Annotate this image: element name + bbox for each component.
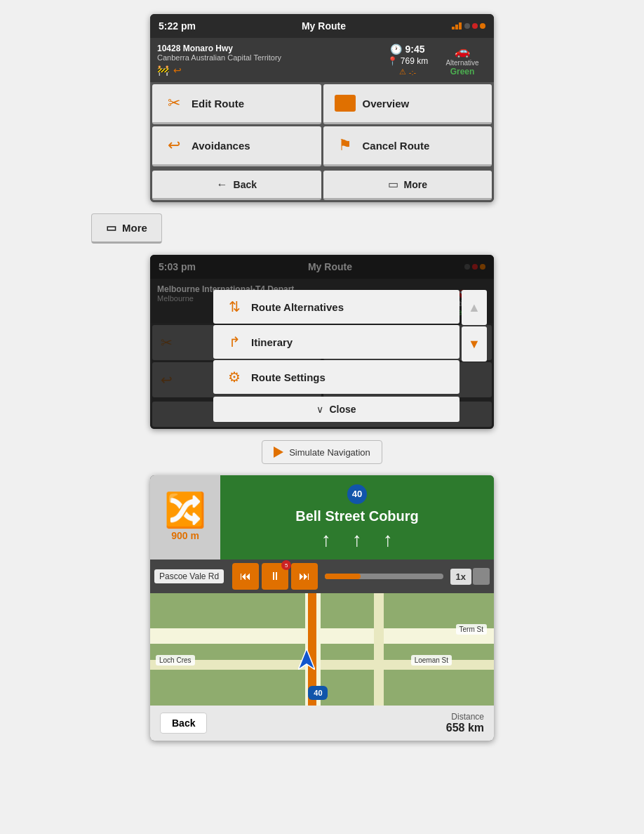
route-type-icons: 🚧 ↩ (157, 65, 377, 76)
panel-header: 5:22 pm My Route (150, 14, 494, 38)
nav-back-button[interactable]: Back (160, 713, 207, 734)
nav-street-panel: 40 Bell Street Coburg ↑ ↑ ↑ (220, 475, 494, 560)
speed-multiplier[interactable]: 1x (450, 569, 471, 585)
cancel-route-icon: ⚑ (335, 136, 356, 154)
route-settings-icon: ⚙ (224, 369, 244, 385)
pause-button[interactable]: ⏸ 5 (262, 563, 288, 590)
status-dots (464, 23, 485, 29)
speed-badge-overlay: 5 (281, 560, 291, 570)
edit-route-label: Edit Route (192, 98, 244, 110)
panel-my-route: 5:22 pm My Route 10428 Monaro Hwy Canber… (150, 14, 494, 202)
warning-icon: ⚠ (399, 67, 406, 77)
route-alternatives-label: Route Alternatives (251, 301, 344, 313)
overview-button[interactable]: Overview (323, 84, 492, 124)
alt-color: Green (450, 67, 475, 77)
simulate-label: Simulate Navigation (289, 447, 370, 458)
road-vertical-2 (374, 593, 384, 706)
clock-icon: 🕐 (390, 44, 402, 55)
distance-value: 658 km (446, 722, 484, 734)
map-label-1: Loch Cres (156, 655, 195, 666)
cancel-route-button[interactable]: ⚑ Cancel Route (323, 126, 492, 166)
overview-label: Overview (363, 98, 410, 110)
route-address: 10428 Monaro Hwy Canberra Australian Cap… (157, 44, 377, 77)
back-button[interactable]: ← Back (152, 171, 321, 200)
alt-label: Alternative (445, 59, 478, 67)
more-icon: ▭ (388, 178, 398, 191)
itinerary-icon: ↱ (224, 333, 244, 350)
simulate-navigation-button[interactable]: Simulate Navigation (262, 440, 382, 464)
chevron-down-icon: ∨ (316, 404, 323, 415)
route-settings-button[interactable]: ⚙ Route Settings (213, 360, 459, 394)
route-menu-grid: ✂ Edit Route Overview ↩ Avoidances ⚑ Can… (150, 82, 494, 168)
road-horizontal (150, 628, 494, 644)
more-button[interactable]: ▭ More (323, 171, 492, 200)
avoidances-label: Avoidances (192, 140, 250, 152)
avoidances-icon: ↩ (163, 136, 185, 154)
panel-my-route-popup: 5:03 pm My Route Melbourne International… (150, 255, 494, 429)
scroll-up-button[interactable]: ▲ (462, 290, 487, 325)
scroll-down-button[interactable]: ▼ (462, 326, 487, 362)
nav-top: 🔀 900 m 40 Bell Street Coburg ↑ ↑ ↑ (150, 475, 494, 560)
nav-map: Loch Cres Loeman St Term St 40 (150, 593, 494, 706)
dot-icon (464, 23, 470, 29)
current-street-label: Pascoe Vale Rd (154, 569, 224, 583)
map-label-3: Term St (456, 624, 487, 635)
map-shield: 40 (308, 686, 328, 700)
nav-maneuver: 🔀 900 m (150, 475, 220, 560)
itinerary-button[interactable]: ↱ Itinerary (213, 325, 459, 359)
more-standalone-button[interactable]: ▭ More (91, 213, 162, 244)
dot-orange-icon (480, 23, 485, 29)
car-icon: 🚗 (455, 44, 470, 59)
lane-arrows: ↑ ↑ ↑ (321, 529, 393, 551)
bottom-bar: ← Back ▭ More (150, 168, 494, 202)
dash-label: -:- (409, 68, 416, 77)
close-label: Close (329, 404, 356, 415)
pause-icon: ⏸ (269, 570, 281, 583)
maneuver-distance: 900 m (171, 530, 199, 541)
more-label: More (404, 179, 427, 190)
playback-bar (325, 574, 443, 579)
edit-route-button[interactable]: ✂ Edit Route (152, 84, 321, 124)
distance-icon: 📍 (387, 56, 398, 66)
play-icon (274, 446, 283, 458)
avoidances-button[interactable]: ↩ Avoidances (152, 126, 321, 166)
scroll-buttons: ▲ ▼ (462, 290, 487, 422)
route-shield: 40 (347, 484, 367, 504)
turn-icon: ↩ (173, 65, 182, 76)
road-icon: 🚧 (157, 65, 169, 76)
overview-icon (335, 95, 356, 112)
header-icons (452, 22, 485, 29)
signal-bars-icon (452, 22, 462, 29)
popup-list: ⇅ Route Alternatives ↱ Itinerary ⚙ Route… (213, 290, 459, 422)
route-info: 10428 Monaro Hwy Canberra Australian Cap… (150, 38, 494, 82)
svg-marker-0 (298, 649, 315, 670)
route-stats: 🕐 9:45 📍 769 km ⚠ -:- (383, 44, 432, 77)
cancel-route-label: Cancel Route (363, 140, 430, 152)
lane-arrow-left: ↑ (321, 529, 331, 551)
route-alternatives-icon: ⇅ (224, 298, 244, 315)
route-time: 9:45 (405, 44, 424, 55)
back-label: Back (234, 179, 257, 190)
playback-fill (325, 574, 361, 579)
route-settings-label: Route Settings (251, 371, 326, 383)
route-distance: 769 km (401, 56, 428, 66)
forward-button[interactable]: ⏭ (291, 563, 318, 590)
close-button[interactable]: ∨ Close (213, 397, 459, 422)
nav-bottom: Back Distance 658 km (150, 706, 494, 741)
more-standalone-label: More (122, 222, 147, 234)
route-alternative: 🚗 Alternative Green (438, 44, 487, 77)
address-line2: Canberra Australian Capital Territory (157, 53, 377, 62)
distance-label: Distance (446, 712, 484, 722)
route-alternatives-button[interactable]: ⇅ Route Alternatives (213, 290, 459, 324)
back-arrow-icon: ← (217, 178, 228, 191)
nav-distance-display: Distance 658 km (446, 712, 484, 734)
popup-menu: ⇅ Route Alternatives ↱ Itinerary ⚙ Route… (213, 290, 487, 422)
nav-controls: Pascoe Vale Rd ⏮ ⏸ 5 ⏭ 1x (150, 560, 494, 593)
maneuver-arrow-icon: 🔀 (164, 494, 206, 527)
settings-icon[interactable] (473, 568, 490, 585)
lane-arrow-right: ↑ (383, 529, 393, 551)
rewind-button[interactable]: ⏮ (232, 563, 259, 590)
more-standalone-icon: ▭ (106, 221, 116, 234)
address-line1: 10428 Monaro Hwy (157, 44, 377, 53)
panel-navigation: 🔀 900 m 40 Bell Street Coburg ↑ ↑ ↑ Pasc… (150, 475, 494, 741)
